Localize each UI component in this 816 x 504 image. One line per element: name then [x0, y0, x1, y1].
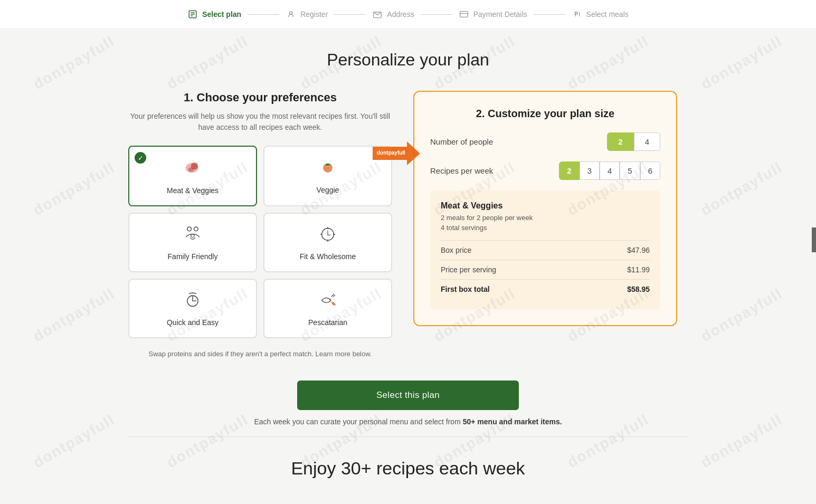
pescatarian-icon — [318, 290, 338, 313]
nav-step-label-address: Address — [387, 10, 414, 18]
nav-step-register[interactable]: Register — [286, 9, 328, 20]
customize-section: 2. Customize your plan size Number of pe… — [413, 91, 677, 326]
per-serving-value: $11.99 — [627, 265, 650, 274]
svg-point-29 — [329, 299, 331, 300]
recipes-5-button[interactable]: 5 — [620, 161, 640, 180]
people-4-button[interactable]: 4 — [634, 132, 660, 151]
two-column-layout: 1. Choose your preferences Your preferen… — [128, 91, 688, 359]
nav-separator-4 — [534, 14, 565, 15]
fit-wholesome-icon — [318, 224, 338, 247]
quick-easy-icon — [183, 290, 203, 313]
nav-step-label-meals: Select meals — [586, 10, 629, 18]
svg-point-17 — [187, 227, 192, 231]
nav-step-select-meals[interactable]: Select meals — [572, 9, 629, 20]
enjoy-title: Enjoy 30+ recipes each week — [139, 458, 677, 479]
nav-step-label-payment: Payment Details — [473, 10, 527, 18]
svg-point-18 — [194, 227, 198, 231]
meat-veggies-label: Meat & Veggies — [167, 186, 219, 195]
preference-card-pescatarian[interactable]: Pescatarian — [263, 279, 392, 338]
preferences-section: 1. Choose your preferences Your preferen… — [128, 91, 392, 359]
address-icon — [372, 9, 383, 20]
customize-box: 2. Customize your plan size Number of pe… — [413, 91, 677, 326]
svg-line-31 — [333, 295, 335, 297]
per-serving-label: Price per serving — [441, 265, 496, 274]
svg-point-12 — [188, 167, 194, 172]
veggie-icon — [318, 158, 338, 180]
recipes-option-row: Recipes per week 2 3 4 5 6 — [430, 161, 660, 180]
nav-separator-2 — [334, 14, 366, 15]
summary-description: 2 meals for 2 people per week — [441, 214, 650, 222]
nav-step-select-plan[interactable]: Select plan — [187, 9, 241, 20]
nav-separator-3 — [421, 14, 452, 15]
fit-wholesome-label: Fit & Wholesome — [300, 252, 356, 261]
preference-card-fit-wholesome[interactable]: Fit & Wholesome — [263, 213, 392, 272]
payment-icon — [459, 9, 469, 20]
first-box-value: $58.95 — [627, 285, 650, 293]
selected-checkmark: ✓ — [135, 152, 146, 164]
svg-text:dontpayfull: dontpayfull — [377, 150, 405, 156]
preferences-title: 1. Choose your preferences — [128, 91, 392, 104]
box-price-value: $47.96 — [627, 246, 650, 254]
svg-rect-6 — [460, 12, 468, 17]
top-navigation: Select plan Register Address Payment Det… — [0, 0, 816, 29]
plan-summary: Meat & Veggies 2 meals for 2 people per … — [430, 191, 660, 309]
enjoy-section: Enjoy 30+ recipes each week — [128, 436, 688, 500]
recipes-label: Recipes per week — [430, 166, 493, 175]
svg-point-4 — [289, 12, 292, 14]
preferences-subtitle: Your preferences will help us show you t… — [128, 111, 392, 133]
quick-easy-label: Quick and Easy — [167, 318, 219, 327]
preference-card-quick-easy[interactable]: Quick and Easy — [128, 279, 257, 338]
preference-grid: ✓ Meat & Veggies — [128, 146, 392, 338]
recipes-btn-group: 2 3 4 5 6 — [559, 161, 660, 180]
summary-plan-name: Meat & Veggies — [441, 201, 650, 211]
nav-step-payment[interactable]: Payment Details — [459, 9, 527, 20]
per-serving-row: Price per serving $11.99 — [441, 260, 650, 279]
first-box-label: First box total — [441, 285, 490, 293]
recipes-2-button[interactable]: 2 — [559, 161, 579, 180]
meals-icon — [572, 9, 582, 20]
people-2-button[interactable]: 2 — [607, 132, 633, 151]
family-friendly-label: Family Friendly — [168, 252, 218, 261]
people-option-row: Number of people 2 4 — [430, 132, 660, 151]
recipes-3-button[interactable]: 3 — [580, 161, 600, 180]
preference-card-family-friendly[interactable]: Family Friendly — [128, 213, 257, 272]
veggie-label: Veggie — [317, 186, 339, 194]
swap-proteins-note: Swap proteins and sides if they aren't a… — [128, 349, 392, 359]
nav-step-label-register: Register — [300, 10, 328, 18]
select-this-plan-button[interactable]: Select this plan — [297, 381, 519, 410]
preference-card-meat-veggies[interactable]: ✓ Meat & Veggies — [128, 146, 257, 206]
cta-area: Select this plan Each week you can curat… — [128, 381, 688, 426]
summary-servings: 4 total servings — [441, 224, 650, 232]
customize-title: 2. Customize your plan size — [430, 108, 660, 120]
recipes-6-button[interactable]: 6 — [640, 161, 660, 180]
plan-icon — [187, 9, 198, 20]
recipes-4-button[interactable]: 4 — [600, 161, 620, 180]
first-box-row: First box total $58.95 — [441, 279, 650, 299]
box-price-row: Box price $47.96 — [441, 240, 650, 260]
preference-card-veggie[interactable]: Veggie dontpayfull — [263, 146, 392, 206]
people-label: Number of people — [430, 137, 493, 146]
page-title: Personalize your plan — [128, 50, 688, 70]
register-icon — [286, 9, 296, 20]
family-friendly-icon — [183, 224, 203, 247]
svg-line-32 — [332, 294, 334, 296]
nav-step-address[interactable]: Address — [372, 9, 414, 20]
nav-separator-1 — [248, 14, 279, 15]
pescatarian-label: Pescatarian — [308, 318, 347, 327]
main-content: Personalize your plan 1. Choose your pre… — [118, 29, 698, 504]
people-btn-group: 2 4 — [607, 132, 660, 151]
cta-note: Each week you can curate your personal m… — [128, 417, 688, 426]
box-price-label: Box price — [441, 246, 471, 254]
feedback-tab[interactable]: Feedback — [811, 227, 816, 252]
meat-veggies-icon — [182, 157, 203, 181]
nav-step-label-plan: Select plan — [202, 10, 241, 18]
